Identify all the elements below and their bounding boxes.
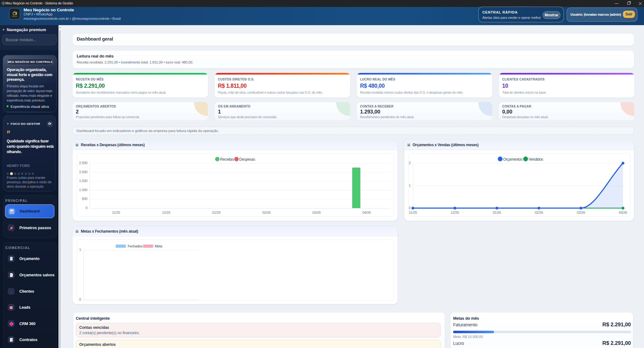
- svg-text:SERVICOS: SERVICOS: [13, 17, 17, 18]
- svg-text:SCALCO: SCALCO: [12, 15, 17, 17]
